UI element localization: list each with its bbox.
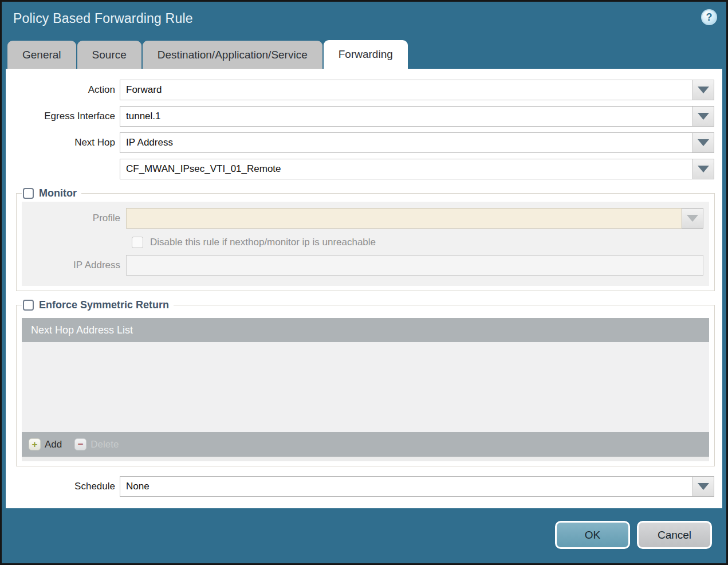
- chevron-down-icon: [698, 139, 709, 146]
- next-hop-type-dropdown-button[interactable]: [692, 132, 714, 153]
- egress-interface-dropdown-button[interactable]: [692, 106, 714, 127]
- profile-label: Profile: [22, 213, 126, 224]
- tab-forwarding[interactable]: Forwarding: [324, 40, 408, 69]
- action-input[interactable]: [120, 80, 692, 100]
- next-hop-address-row: [7, 159, 714, 179]
- monitor-ip-address-input: [126, 255, 703, 276]
- monitor-ip-address-label: IP Address: [22, 260, 126, 271]
- delete-button: − Delete: [74, 438, 119, 450]
- next-hop-address-list-table: Next Hop Address List + Add − Delete: [22, 318, 709, 461]
- egress-interface-label: Egress Interface: [7, 111, 120, 122]
- dialog-titlebar: Policy Based Forwarding Rule ?: [2, 2, 726, 38]
- schedule-row: Schedule: [7, 476, 714, 497]
- tab-general[interactable]: General: [7, 41, 76, 69]
- tab-source[interactable]: Source: [77, 41, 141, 69]
- next-hop-address-list-body[interactable]: [22, 342, 709, 432]
- enforce-symmetric-return-fieldset: Enforce Symmetric Return Next Hop Addres…: [16, 299, 715, 466]
- next-hop-address-dropdown-button[interactable]: [692, 159, 714, 179]
- enforce-symmetric-return-legend: Enforce Symmetric Return: [22, 299, 174, 311]
- action-dropdown-button[interactable]: [692, 80, 714, 100]
- add-plus-icon: +: [29, 438, 41, 450]
- add-button-label: Add: [45, 439, 62, 450]
- next-hop-address-input[interactable]: [120, 159, 692, 179]
- monitor-legend: Monitor: [22, 187, 81, 199]
- egress-interface-input[interactable]: [120, 106, 692, 127]
- cancel-button[interactable]: Cancel: [637, 521, 712, 549]
- chevron-down-icon: [698, 483, 709, 490]
- profile-row: Profile: [22, 208, 703, 229]
- chevron-down-icon: [698, 87, 709, 93]
- disable-rule-label: Disable this rule if nexthop/monitor ip …: [150, 237, 376, 248]
- egress-interface-row: Egress Interface: [7, 106, 714, 127]
- ok-button[interactable]: OK: [555, 521, 630, 549]
- next-hop-label: Next Hop: [7, 137, 120, 148]
- next-hop-address-list-toolbar: + Add − Delete: [22, 432, 709, 457]
- chevron-down-icon: [698, 166, 709, 172]
- policy-based-forwarding-dialog: Policy Based Forwarding Rule ? General S…: [0, 0, 728, 565]
- disable-rule-checkbox: [132, 237, 143, 248]
- next-hop-type-input[interactable]: [120, 132, 692, 153]
- disable-rule-row: Disable this rule if nexthop/monitor ip …: [132, 237, 709, 248]
- schedule-dropdown-button[interactable]: [692, 476, 714, 497]
- monitor-checkbox[interactable]: [23, 188, 34, 199]
- dialog-title: Policy Based Forwarding Rule: [13, 11, 193, 26]
- monitor-panel: Profile Disable this rule if nexthop/mon…: [22, 202, 709, 286]
- schedule-input[interactable]: [120, 476, 692, 497]
- tab-destination-application-service[interactable]: Destination/Application/Service: [143, 41, 322, 69]
- tab-bar: General Source Destination/Application/S…: [7, 41, 721, 69]
- delete-minus-icon: −: [74, 438, 86, 450]
- profile-dropdown-button: [682, 208, 703, 229]
- monitor-legend-label: Monitor: [39, 187, 77, 199]
- dialog-footer: OK Cancel: [2, 507, 726, 563]
- enforce-symmetric-return-legend-label: Enforce Symmetric Return: [39, 299, 169, 311]
- forwarding-tab-panel: Action Egress Interface Next Hop: [6, 69, 722, 508]
- table-scrollbar-track[interactable]: [22, 457, 709, 461]
- add-button[interactable]: + Add: [29, 438, 62, 450]
- delete-button-label: Delete: [90, 439, 119, 450]
- next-hop-address-list-header: Next Hop Address List: [22, 318, 709, 342]
- help-icon[interactable]: ?: [701, 9, 717, 25]
- chevron-down-icon: [687, 215, 698, 222]
- next-hop-row: Next Hop: [7, 132, 714, 153]
- chevron-down-icon: [698, 113, 709, 120]
- monitor-fieldset: Monitor Profile Disable this rule if nex…: [16, 187, 715, 291]
- action-row: Action: [7, 80, 714, 100]
- schedule-label: Schedule: [7, 481, 120, 492]
- enforce-symmetric-return-checkbox[interactable]: [23, 300, 34, 311]
- monitor-ip-address-row: IP Address: [22, 255, 703, 276]
- action-label: Action: [7, 84, 120, 96]
- profile-input: [126, 208, 682, 229]
